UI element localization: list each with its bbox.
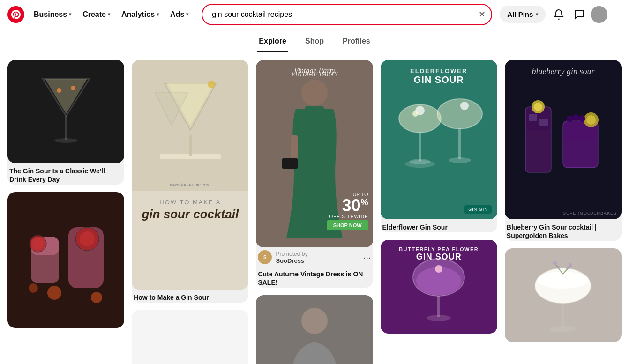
search-clear-button[interactable]: ✕	[479, 9, 486, 20]
pin-elderflower-caption: Elderflower Gin Sour	[381, 219, 497, 232]
user-avatar-button[interactable]	[591, 6, 607, 23]
promo-seller-avatar: S	[258, 250, 272, 264]
pin-gin-classic[interactable]: The Gin Sour Is a Classic We'll Drink Ev…	[7, 60, 124, 185]
pin-butterfly-pea[interactable]: BUTTERFLY PEA FLOWER GIN SOUR	[381, 240, 497, 334]
svg-point-33	[412, 111, 418, 117]
nav-business[interactable]: Business ▾	[28, 7, 77, 22]
promoted-by-label: Promoted by	[276, 251, 307, 257]
pin-blueberry[interactable]: blueberry gin sour SUPERGOLDENBAKES Blue…	[505, 60, 622, 241]
nav-create-chevron: ▾	[108, 12, 110, 17]
svg-point-53	[586, 115, 596, 125]
pin-blueberry-caption: Blueberry Gin Sour cocktail | Supergolde…	[505, 219, 622, 241]
nav-ads-chevron: ▾	[186, 12, 188, 17]
nav-business-chevron: ▾	[69, 12, 71, 17]
svg-rect-65	[562, 304, 564, 328]
pin-vintage-promo[interactable]: VINTAGE PARTY UP TO 30% OFF SITEWIDE SHO…	[256, 60, 373, 288]
svg-rect-1	[65, 116, 67, 140]
pin-blank[interactable]	[132, 310, 248, 364]
svg-point-61	[553, 261, 557, 265]
notifications-button[interactable]	[549, 5, 568, 24]
svg-rect-47	[539, 119, 548, 126]
nav-analytics-chevron: ▾	[157, 12, 159, 17]
svg-point-2	[54, 138, 78, 143]
elderflower-glasses-icon	[392, 83, 486, 196]
svg-rect-41	[437, 296, 440, 317]
search-input[interactable]	[202, 4, 492, 25]
svg-point-12	[80, 231, 95, 246]
pins-col-3: VINTAGE PARTY UP TO 30% OFF SITEWIDE SHO…	[256, 60, 373, 364]
svg-point-62	[569, 263, 572, 267]
svg-point-9	[32, 238, 44, 249]
promo-off: OFF SITEWIDE	[329, 214, 368, 219]
svg-point-14	[29, 283, 38, 293]
promo-up-to: UP TO	[329, 192, 368, 197]
pin-blood-orange[interactable]	[7, 192, 124, 328]
butterfly-title1: BUTTERFLY PEA FLOWER	[381, 246, 497, 252]
cocktail-glass-icon	[38, 69, 94, 154]
nav-create-label: Create	[82, 10, 106, 19]
how-to-title: gin sour cocktail	[142, 208, 239, 221]
svg-point-37	[449, 157, 471, 163]
nav-analytics[interactable]: Analytics ▾	[116, 7, 165, 22]
pin-elderflower[interactable]: ELDERFLOWER GIN SOUR GIN GIN Elderflower…	[381, 60, 497, 232]
elderflower-title2: GIN SOUR	[381, 74, 497, 85]
svg-point-13	[47, 286, 61, 300]
pinterest-icon	[11, 10, 21, 19]
elderflower-title1: ELDERFLOWER	[381, 67, 497, 74]
messages-button[interactable]	[570, 5, 589, 24]
message-icon	[574, 9, 585, 20]
svg-point-28	[301, 308, 328, 334]
all-pins-button[interactable]: All Pins ▾	[500, 6, 546, 23]
lavender-cocktail-icon	[525, 253, 600, 337]
search-tabs: Explore Shop Profiles	[0, 29, 629, 52]
svg-point-42	[427, 315, 451, 321]
blueberry-credit: SUPERGOLDENBAKES	[563, 211, 617, 215]
promo-percent: 30%	[329, 197, 368, 214]
pins-col-2: www.foodranic.com HOW TO MAKE A gin sour…	[132, 60, 248, 364]
all-pins-label: All Pins	[507, 10, 533, 18]
search-bar: ✕	[202, 4, 492, 25]
seller-name: SooDress	[276, 257, 307, 264]
pin-lavender[interactable]	[505, 248, 622, 342]
svg-point-43	[435, 265, 442, 273]
pin-person2[interactable]	[256, 295, 373, 364]
pins-grid: The Gin Sour Is a Classic We'll Drink Ev…	[7, 60, 622, 364]
tab-explore[interactable]: Explore	[257, 31, 288, 52]
promo-more-button[interactable]: ···	[363, 252, 371, 263]
main-content: The Gin Sour Is a Classic We'll Drink Ev…	[0, 52, 629, 364]
nav-analytics-label: Analytics	[121, 10, 155, 19]
bell-icon	[553, 9, 564, 20]
svg-point-23	[301, 80, 328, 106]
pinterest-logo[interactable]	[7, 6, 24, 23]
nav-business-label: Business	[34, 10, 67, 19]
pins-col-4: ELDERFLOWER GIN SOUR GIN GIN Elderflower…	[381, 60, 497, 364]
nav-ads[interactable]: Ads ▾	[165, 7, 194, 22]
elderflower-brand: GIN GIN	[464, 205, 492, 214]
tab-profiles[interactable]: Profiles	[341, 31, 372, 52]
blueberry-cocktails-icon	[516, 69, 610, 210]
vintage-title: Vintage Party	[294, 67, 335, 74]
svg-point-5	[71, 86, 75, 90]
header: Business ▾ Create ▾ Analytics ▾ Ads ▾ ✕ …	[0, 0, 629, 29]
svg-rect-17	[189, 135, 192, 156]
blood-orange-drinks-icon	[22, 199, 111, 321]
svg-point-34	[405, 160, 435, 168]
svg-point-35	[437, 99, 482, 129]
svg-point-66	[550, 326, 576, 332]
pin-how-to-gin-sour[interactable]: www.foodranic.com HOW TO MAKE A gin sour…	[132, 60, 248, 303]
nav-create[interactable]: Create ▾	[77, 7, 116, 22]
promo-text: Promoted by SooDress	[276, 251, 307, 264]
svg-point-15	[91, 292, 102, 303]
svg-point-56	[579, 115, 585, 122]
svg-rect-26	[282, 158, 298, 169]
shop-now-button[interactable]: SHOP NOW	[327, 220, 368, 230]
svg-rect-30	[419, 133, 421, 161]
svg-point-58	[537, 272, 589, 289]
header-icons	[549, 5, 607, 24]
tab-shop[interactable]: Shop	[303, 31, 326, 52]
svg-point-38	[460, 102, 469, 110]
gin-sour-how-glass-icon	[153, 69, 228, 182]
promo-info: S Promoted by SooDress	[258, 250, 307, 264]
svg-point-54	[567, 116, 573, 122]
svg-point-4	[57, 88, 61, 93]
